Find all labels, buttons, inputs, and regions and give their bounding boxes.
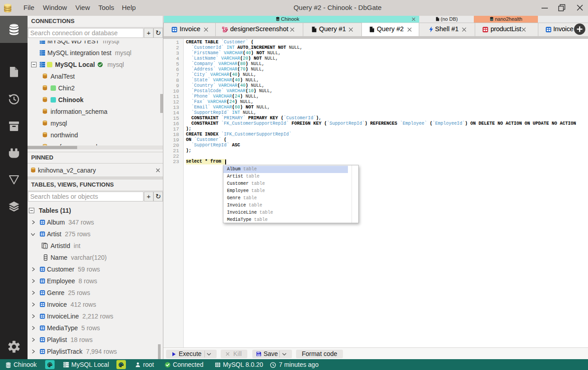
- svg-text:1: 1: [44, 244, 46, 248]
